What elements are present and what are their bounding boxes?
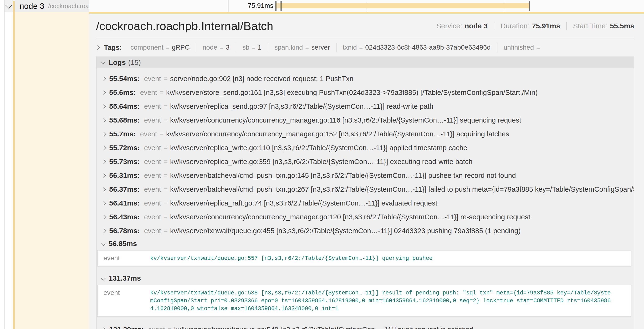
log-entry-row[interactable]: 56.41ms: event = kv/kvserver/replica_raf… <box>96 196 634 210</box>
tag-item: span.kind = server <box>268 43 336 52</box>
tag-key: node <box>202 44 217 51</box>
log-fields-table: event kv/kvserver/txnwait/queue.go:557 [… <box>97 250 631 266</box>
equals-sign: = <box>252 44 255 51</box>
log-timestamp: 55.6ms: <box>109 88 136 96</box>
log-field-value: kv/kvserver/batcheval/cmd_push_txn.go:14… <box>170 172 634 180</box>
logs-count: (15) <box>128 58 141 66</box>
log-entry-row[interactable]: 56.43ms: event = kv/kvserver/concurrency… <box>96 210 634 224</box>
log-timestamp: 56.31ms: <box>109 172 140 180</box>
tag-value: 024d3323-6c8f-4863-aa8b-37ab0e63496d <box>365 44 490 51</box>
log-timestamp: 131.39ms: <box>109 326 144 329</box>
equals-sign: = <box>305 44 309 51</box>
tags-row[interactable]: Tags: component = gRPC node = 3 sb = 1 s… <box>96 38 634 56</box>
log-timestamp: 56.78ms: <box>109 227 140 235</box>
chevron-right-icon <box>102 76 106 81</box>
equals-sign: = <box>220 44 223 51</box>
log-field-key: event <box>144 144 161 152</box>
log-field-value: server/node.go:902 [n3] node received re… <box>170 74 634 83</box>
chevron-right-icon <box>102 201 106 205</box>
tag-value: 3 <box>226 44 230 51</box>
log-field-key: event <box>98 254 150 262</box>
log-entry-row[interactable]: 56.78ms: event = kv/kvserver/txnwait/que… <box>96 224 634 238</box>
logs-header[interactable]: Logs (15) <box>96 57 634 68</box>
span-duration-label: 75.91ms <box>218 2 274 10</box>
tag-value: server <box>311 44 330 51</box>
tag-key: txnid <box>343 44 357 51</box>
log-entry-row[interactable]: 55.73ms: event = kv/kvserver/replica_wri… <box>96 155 634 168</box>
log-entry-row[interactable]: 55.64ms: event = kv/kvserver/replica_sen… <box>96 100 634 113</box>
equals-sign: = <box>160 89 164 96</box>
log-field-value: kv/kvserver/replica_write.go:359 [n3,s3,… <box>170 158 634 166</box>
log-entry-row[interactable]: 131.39ms: event = kv/kvserver/txnwait/qu… <box>96 322 634 329</box>
log-timestamp: 55.64ms: <box>109 102 140 110</box>
service-value: node 3 <box>464 22 488 30</box>
meta-separator <box>494 22 494 30</box>
duration-label: Duration: <box>500 22 530 30</box>
log-field-value: kv/kvserver/store_send.go:161 [n3,s3] ex… <box>166 88 634 96</box>
span-service-name: node 3 <box>20 2 44 11</box>
log-entry-expanded-header[interactable]: 131.37ms <box>96 272 634 284</box>
log-field-value: kv/kvserver/txnwait/queue.go:549 [n3,s3,… <box>174 326 634 329</box>
span-name-tab[interactable]: node 3 /cockroach.roach… <box>15 0 89 12</box>
span-title: /cockroach.roachpb.Internal/Batch <box>96 19 274 33</box>
log-timestamp: 56.43ms: <box>109 213 140 221</box>
chevron-right-icon <box>95 45 100 50</box>
chevron-right-icon <box>102 90 106 95</box>
span-duration-bar[interactable] <box>276 3 529 8</box>
log-field-key: event <box>98 289 150 312</box>
equals-sign: = <box>164 102 167 110</box>
log-entry-expanded-header[interactable]: 56.85ms <box>96 238 634 250</box>
log-entry-row[interactable]: 56.31ms: event = kv/kvserver/batcheval/c… <box>96 168 634 182</box>
equals-sign: = <box>160 130 164 138</box>
equals-sign: = <box>164 116 167 124</box>
log-field-key: event <box>144 199 161 207</box>
log-field-key: event <box>144 172 161 180</box>
log-timestamp: 55.73ms: <box>109 158 140 166</box>
tag-key: span.kind <box>274 44 303 51</box>
log-field-value: kv/kvserver/concurrency/concurrency_mana… <box>170 116 634 124</box>
chevron-right-icon <box>102 327 106 329</box>
tag-item: sb = 1 <box>236 43 268 52</box>
equals-sign: = <box>166 44 170 51</box>
tag-value: gRPC <box>172 44 190 51</box>
tag-key: sb <box>242 44 250 51</box>
log-entry-row[interactable]: 55.54ms: event = server/node.go:902 [n3]… <box>96 72 634 86</box>
tag-item: component = gRPC <box>124 43 196 52</box>
log-timestamp: 131.37ms <box>109 274 141 282</box>
span-timeline-row[interactable]: 75.91ms <box>0 0 644 12</box>
log-entry-row[interactable]: 55.7ms: event = kv/kvserver/concurrency/… <box>96 127 634 141</box>
log-entry-row[interactable]: 55.68ms: event = kv/kvserver/concurrency… <box>96 113 634 127</box>
equals-sign: = <box>164 186 167 193</box>
chevron-right-icon <box>102 132 106 136</box>
detail-header: /cockroach.roachpb.Internal/Batch Servic… <box>96 14 634 38</box>
indent-guide <box>4 0 4 329</box>
tag-value: 1 <box>258 44 262 51</box>
tag-item: node = 3 <box>196 43 236 52</box>
equals-sign: = <box>168 326 171 329</box>
chevron-right-icon <box>102 146 106 150</box>
trace-span-detail-view: 75.91ms node 3 /cockroach.roach… /cockro… <box>0 0 644 329</box>
log-field-key: event <box>140 130 157 138</box>
span-color-accent <box>13 1 15 329</box>
chevron-right-icon <box>102 173 106 178</box>
selected-span-highlight <box>15 12 89 329</box>
log-field-key: event <box>144 102 161 110</box>
log-entry-row[interactable]: 56.37ms: event = kv/kvserver/batcheval/c… <box>96 182 634 196</box>
span-detail-panel: /cockroach.roachpb.Internal/Batch Servic… <box>89 12 644 329</box>
log-timestamp: 56.37ms: <box>109 185 140 193</box>
log-fields-table: event kv/kvserver/txnwait/queue.go:538 [… <box>97 285 631 317</box>
log-entry-row[interactable]: 55.6ms: event = kv/kvserver/store_send.g… <box>96 86 634 100</box>
log-field-value: kv/kvserver/replica_raft.go:74 [n3,s3,r6… <box>170 199 634 207</box>
log-field-value: kv/kvserver/txnwait/queue.go:538 [n3,s3,… <box>150 289 631 312</box>
service-label: Service: <box>436 22 462 30</box>
logs-list: 55.54ms: event = server/node.go:902 [n3]… <box>96 68 634 329</box>
meta-separator <box>566 22 567 30</box>
log-entry-expanded: 56.85ms event kv/kvserver/txnwait/queue.… <box>96 238 634 266</box>
log-tick-markers <box>275 1 282 11</box>
tags-label: Tags: <box>104 44 122 52</box>
chevron-down-icon <box>101 276 105 280</box>
log-entry-row[interactable]: 55.72ms: event = kv/kvserver/replica_wri… <box>96 141 634 155</box>
log-field-value: kv/kvserver/txnwait/queue.go:557 [n3,s3,… <box>150 254 631 262</box>
log-field-value: kv/kvserver/batcheval/cmd_push_txn.go:26… <box>170 185 634 193</box>
equals-sign: = <box>164 199 167 207</box>
